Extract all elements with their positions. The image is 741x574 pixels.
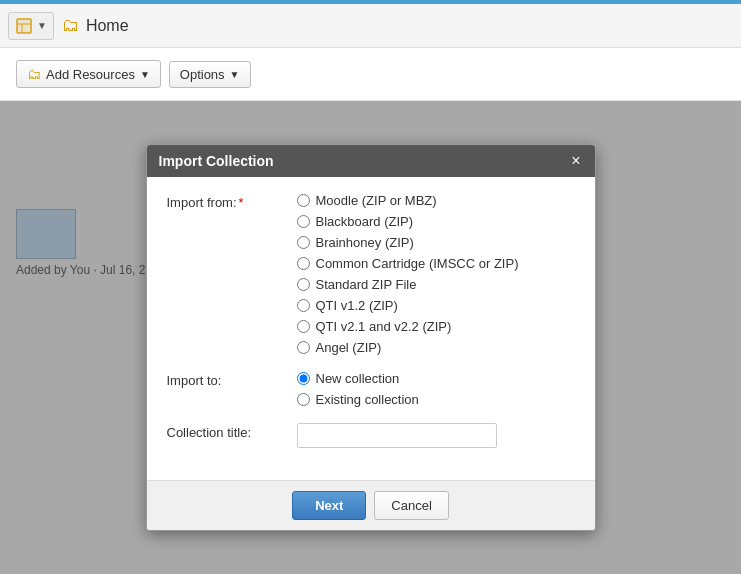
import-to-options: New collection Existing collection [297, 371, 419, 407]
dialog-footer: Next Cancel [147, 480, 595, 530]
collection-title-row: Collection title: [167, 423, 575, 448]
dialog-body: Import from:* Moodle (ZIP or MBZ) Blackb… [147, 177, 595, 480]
next-button[interactable]: Next [292, 491, 366, 520]
option-common-cartridge[interactable]: Common Cartridge (IMSCC or ZIP) [297, 256, 519, 271]
import-from-row: Import from:* Moodle (ZIP or MBZ) Blackb… [167, 193, 575, 355]
add-resources-button[interactable]: 🗂 Add Resources ▼ [16, 60, 161, 88]
options-button[interactable]: Options ▼ [169, 61, 251, 88]
option-brainhoney-label: Brainhoney (ZIP) [316, 235, 414, 250]
svg-rect-0 [17, 19, 31, 33]
dialog-close-button[interactable]: × [569, 153, 582, 169]
radio-new-collection[interactable] [297, 372, 310, 385]
radio-brainhoney[interactable] [297, 236, 310, 249]
dialog-title: Import Collection [159, 153, 274, 169]
option-standard-zip[interactable]: Standard ZIP File [297, 277, 519, 292]
page-title-area: 🗂 Home [62, 15, 129, 36]
option-blackboard[interactable]: Blackboard (ZIP) [297, 214, 519, 229]
option-moodle[interactable]: Moodle (ZIP or MBZ) [297, 193, 519, 208]
option-existing-collection[interactable]: Existing collection [297, 392, 419, 407]
radio-blackboard[interactable] [297, 215, 310, 228]
home-button[interactable]: ▼ [8, 12, 54, 40]
toolbar: 🗂 Add Resources ▼ Options ▼ [0, 48, 741, 101]
radio-qti-v21[interactable] [297, 320, 310, 333]
radio-qti-v12[interactable] [297, 299, 310, 312]
collection-title-input[interactable] [297, 423, 497, 448]
page-title: Home [86, 17, 129, 35]
add-resources-label: Add Resources [46, 67, 135, 82]
option-qti-v12[interactable]: QTI v1.2 (ZIP) [297, 298, 519, 313]
app-header: ▼ 🗂 Home [0, 4, 741, 48]
option-brainhoney[interactable]: Brainhoney (ZIP) [297, 235, 519, 250]
option-qti-v21[interactable]: QTI v2.1 and v2.2 (ZIP) [297, 319, 519, 334]
option-new-collection[interactable]: New collection [297, 371, 419, 386]
option-standard-zip-label: Standard ZIP File [316, 277, 417, 292]
home-icon [15, 17, 33, 35]
option-angel-label: Angel (ZIP) [316, 340, 382, 355]
dialog-header: Import Collection × [147, 145, 595, 177]
import-collection-dialog: Import Collection × Import from:* Mood [146, 144, 596, 531]
option-moodle-label: Moodle (ZIP or MBZ) [316, 193, 437, 208]
option-qti-v12-label: QTI v1.2 (ZIP) [316, 298, 398, 313]
option-blackboard-label: Blackboard (ZIP) [316, 214, 414, 229]
modal-overlay: Import Collection × Import from:* Mood [0, 101, 741, 574]
radio-standard-zip[interactable] [297, 278, 310, 291]
option-new-collection-label: New collection [316, 371, 400, 386]
options-dropdown-icon: ▼ [230, 69, 240, 80]
option-angel[interactable]: Angel (ZIP) [297, 340, 519, 355]
add-resources-icon: 🗂 [27, 66, 41, 82]
folder-icon: 🗂 [62, 15, 80, 36]
radio-moodle[interactable] [297, 194, 310, 207]
radio-common-cartridge[interactable] [297, 257, 310, 270]
import-to-row: Import to: New collection Existing colle… [167, 371, 575, 407]
radio-angel[interactable] [297, 341, 310, 354]
options-label: Options [180, 67, 225, 82]
option-common-cartridge-label: Common Cartridge (IMSCC or ZIP) [316, 256, 519, 271]
add-resources-dropdown-icon: ▼ [140, 69, 150, 80]
option-existing-collection-label: Existing collection [316, 392, 419, 407]
import-from-options: Moodle (ZIP or MBZ) Blackboard (ZIP) Bra… [297, 193, 519, 355]
cancel-button[interactable]: Cancel [374, 491, 448, 520]
radio-existing-collection[interactable] [297, 393, 310, 406]
import-from-label: Import from:* [167, 193, 297, 210]
collection-title-label: Collection title: [167, 423, 297, 440]
import-to-label: Import to: [167, 371, 297, 388]
required-star: * [239, 195, 244, 210]
option-qti-v21-label: QTI v2.1 and v2.2 (ZIP) [316, 319, 452, 334]
dropdown-arrow-icon: ▼ [37, 20, 47, 31]
